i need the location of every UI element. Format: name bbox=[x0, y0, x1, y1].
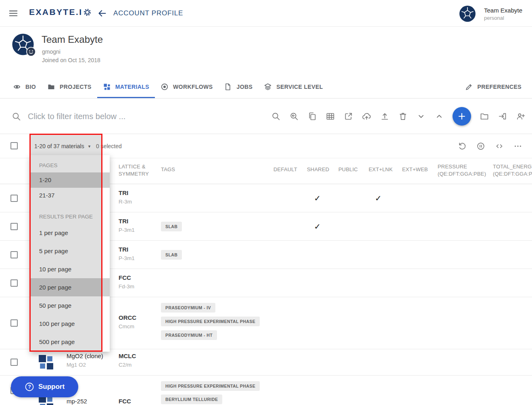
back-icon[interactable] bbox=[97, 8, 107, 18]
team-avatar-icon bbox=[459, 5, 476, 22]
search-icon[interactable] bbox=[271, 111, 281, 121]
tab-projects[interactable]: PROJECTS bbox=[42, 75, 97, 98]
profile-joined-date: Joined on Oct 15, 2018 bbox=[42, 57, 100, 63]
tag-chip: HIGH PRESSURE EXPERIMENTAL PHASE bbox=[161, 381, 260, 391]
selected-count: 0 selected bbox=[96, 143, 122, 149]
folder-icon[interactable] bbox=[480, 111, 489, 121]
col-header-lattice: LATTICE & SYMMETRY bbox=[119, 163, 149, 178]
col-header-shared: SHARED bbox=[307, 166, 329, 172]
toolbar-actions bbox=[271, 99, 526, 134]
chevron-up-icon[interactable] bbox=[434, 111, 444, 121]
table-row[interactable]: mp-252 FCC HIGH PRESSURE EXPERIMENTAL PH… bbox=[0, 376, 532, 405]
add-group-icon[interactable] bbox=[516, 111, 526, 121]
check-icon: ✓ bbox=[305, 193, 330, 203]
support-label: Support bbox=[38, 383, 65, 391]
table-row[interactable]: MgO2 (clone) Mg1 O2 MCLC C2/m bbox=[0, 349, 532, 376]
row-checkbox[interactable] bbox=[10, 279, 18, 287]
menu-section-header: PAGES bbox=[30, 155, 110, 172]
col-header-public: PUBLIC bbox=[338, 166, 358, 172]
pause-circle-icon[interactable] bbox=[476, 142, 485, 151]
menu-item-per-page[interactable]: 20 per page bbox=[30, 278, 110, 296]
lattice-cell: MCLC C2/m bbox=[119, 353, 136, 368]
caret-down-icon: ▾ bbox=[88, 144, 91, 149]
tab-label: PROJECTS bbox=[60, 84, 92, 90]
col-header-ext-web: EXT+WEB bbox=[402, 166, 428, 172]
tag-chip: HIGH PRESSURE EXPERIMENTAL PHASE bbox=[161, 317, 260, 326]
check-icon: ✓ bbox=[305, 222, 330, 231]
tab-jobs[interactable]: JOBS bbox=[218, 75, 258, 98]
svg-text:?: ? bbox=[28, 384, 31, 390]
code-icon[interactable] bbox=[495, 142, 504, 151]
lattice-cell: TRI P-3m1 bbox=[119, 218, 135, 233]
import-icon[interactable] bbox=[498, 111, 507, 121]
logo[interactable]: EXABYTE.I bbox=[29, 7, 91, 17]
table-grid-icon[interactable] bbox=[325, 111, 335, 121]
select-all-checkbox[interactable] bbox=[10, 142, 18, 149]
tab-label: JOBS bbox=[236, 84, 252, 90]
copy-icon[interactable] bbox=[307, 111, 317, 121]
tag-chip: BERYLLIUM TELLURIDE bbox=[161, 395, 222, 404]
menu-item-page-range[interactable]: 21-37 bbox=[30, 188, 110, 203]
row-checkbox[interactable] bbox=[10, 223, 18, 230]
eye-icon bbox=[13, 83, 21, 91]
cloud-upload-icon[interactable] bbox=[362, 111, 371, 121]
add-button[interactable] bbox=[453, 107, 471, 126]
pencil-icon bbox=[465, 83, 473, 91]
menu-item-per-page[interactable]: 50 per page bbox=[30, 296, 110, 315]
tab-label: WORKFLOWS bbox=[173, 84, 213, 90]
chevron-down-icon[interactable] bbox=[416, 111, 426, 121]
tags-cell: HIGH PRESSURE EXPERIMENTAL PHASE BERYLLI… bbox=[161, 381, 260, 404]
restore-icon[interactable] bbox=[458, 142, 467, 151]
tab-materials[interactable]: MATERIALS bbox=[97, 75, 155, 98]
tab-label: BIO bbox=[25, 84, 36, 90]
tab-workflows[interactable]: WORKFLOWS bbox=[155, 75, 218, 98]
tab-bar: BIO PROJECTS MATERIALS WORKFLOWS JOBS SE… bbox=[0, 75, 532, 99]
pagination-button[interactable]: 1-20 of 37 materials ▾ bbox=[34, 140, 90, 153]
menu-item-per-page[interactable]: 500 per page bbox=[30, 333, 110, 351]
selection-bar: 1-20 of 37 materials ▾ 0 selected bbox=[0, 134, 532, 158]
delete-icon[interactable] bbox=[398, 111, 408, 121]
menu-icon[interactable] bbox=[8, 8, 19, 19]
filter-input[interactable] bbox=[28, 109, 246, 124]
pagination-dropdown: PAGES 1-20 21-37 RESULTS PER PAGE 1 per … bbox=[30, 155, 110, 352]
tag-chip: PRASEODYMIUM - HT bbox=[161, 330, 217, 340]
lattice-cell: FCC Fd-3m bbox=[119, 274, 134, 290]
tab-preferences[interactable]: PREFERENCES bbox=[459, 75, 527, 98]
row-checkbox[interactable] bbox=[10, 319, 18, 327]
account-name: Team Exabyte bbox=[484, 7, 522, 14]
tab-label: MATERIALS bbox=[115, 84, 149, 90]
lattice-cell: TRI P-3m1 bbox=[119, 246, 135, 261]
more-icon[interactable] bbox=[513, 142, 522, 151]
menu-item-page-range[interactable]: 1-20 bbox=[30, 172, 110, 188]
app-root: EXABYTE.I ACCOUNT PROFILE Team Exabyte p… bbox=[0, 0, 532, 405]
row-checkbox[interactable] bbox=[10, 251, 18, 258]
profile-username: gmogni bbox=[42, 48, 61, 55]
col-header-default: DEFAULT bbox=[273, 166, 297, 172]
tags-cell: SLAB bbox=[161, 250, 182, 260]
tags-cell: PRASEODYMIUM - IV HIGH PRESSURE EXPERIME… bbox=[161, 303, 260, 340]
row-checkbox[interactable] bbox=[10, 359, 18, 366]
row-checkbox[interactable] bbox=[10, 195, 18, 202]
support-button[interactable]: ? Support bbox=[11, 376, 78, 397]
menu-item-per-page[interactable]: 100 per page bbox=[30, 315, 110, 333]
account-type: personal bbox=[484, 15, 522, 21]
filter-bar bbox=[0, 99, 532, 134]
menu-item-per-page[interactable]: 1 per page bbox=[30, 224, 110, 242]
upload-icon[interactable] bbox=[380, 111, 390, 121]
menu-item-per-page[interactable]: 5 per page bbox=[30, 242, 110, 260]
tab-bio[interactable]: BIO bbox=[7, 75, 42, 98]
profile-name: Team Exabyte bbox=[42, 34, 103, 45]
refine-search-icon[interactable] bbox=[289, 111, 299, 121]
account-widget[interactable]: Team Exabyte personal bbox=[459, 5, 522, 22]
tab-service-level[interactable]: SERVICE LEVEL bbox=[258, 75, 328, 98]
col-header-total-energy: TOTAL_ENERGY (QE:DFT:GGA:PBE) bbox=[493, 163, 532, 178]
menu-item-per-page[interactable]: 10 per page bbox=[30, 260, 110, 278]
lattice-cell: TRI R-3m bbox=[119, 189, 132, 205]
name-cell: mp-252 bbox=[67, 398, 87, 405]
open-in-new-icon[interactable] bbox=[344, 111, 353, 121]
plus-icon bbox=[457, 111, 467, 121]
profile-avatar bbox=[12, 33, 34, 56]
search-icon bbox=[11, 111, 21, 122]
lattice-cell: FCC bbox=[119, 398, 131, 405]
tag-chip: SLAB bbox=[161, 222, 182, 231]
